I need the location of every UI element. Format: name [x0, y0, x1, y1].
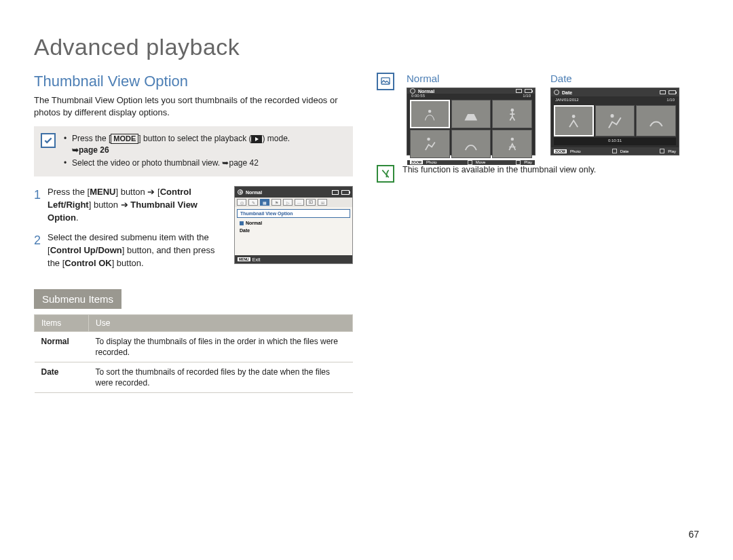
step-number-1: 1	[34, 186, 41, 225]
col-items: Items	[35, 314, 89, 331]
sdcard-icon	[660, 90, 666, 94]
menu-button-badge: MENU	[238, 257, 250, 261]
lcd-tab-strip: ◎✎▦⚑▷⋯⚿⊞	[235, 198, 352, 207]
sdcard-icon	[332, 190, 339, 195]
sdcard-icon	[516, 89, 522, 93]
thumbnail	[554, 105, 594, 136]
step-2: 2 Select the desired submenu item with t…	[34, 231, 225, 270]
thumbnail	[492, 100, 532, 128]
note-row: This function is available in the thumbn…	[377, 165, 696, 183]
camera-mode-icon	[410, 88, 415, 94]
page-number: 67	[688, 529, 699, 540]
prerequisite-box: Press the [MODE] button to select the pl…	[34, 126, 353, 176]
preview-normal: Normal Normal 0:00:551/10	[407, 73, 535, 155]
thumbnail	[492, 130, 532, 158]
thumbnail	[636, 105, 676, 136]
lcd-menu-illustration: ⦿ Normal ◎✎▦⚑▷⋯⚿⊞ Thumbnail View Option …	[234, 186, 353, 264]
battery-icon	[525, 89, 532, 93]
submenu-heading: Submenu Items	[34, 289, 121, 309]
zoom-badge: ZOOM	[554, 149, 567, 153]
svg-point-3	[427, 138, 430, 141]
playback-mode-icon	[251, 135, 262, 143]
svg-point-2	[510, 109, 514, 112]
preview-date: Date Date JAN/01/20121/10 0:10:31 ZOOMPh…	[550, 73, 679, 155]
lcd-panel-heading: Thumbnail View Option	[237, 209, 350, 218]
step-1: 1 Press the [MENU] button ➔ [Control Lef…	[34, 186, 225, 225]
thumbnail	[410, 100, 450, 128]
svg-point-5	[572, 115, 576, 118]
thumbnail	[451, 100, 491, 128]
svg-point-1	[428, 109, 431, 112]
col-use: Use	[89, 314, 353, 331]
camera-mode-icon: ⦿	[238, 189, 243, 195]
table-row: Date To sort the thumbnails of recorded …	[35, 362, 353, 392]
move-icon	[468, 160, 472, 165]
zoom-badge: ZOOM	[410, 160, 423, 164]
camera-mode-icon	[554, 90, 559, 95]
note-icon	[377, 165, 394, 183]
date-duration-label: 0:10:31	[554, 138, 676, 145]
play-icon	[660, 149, 664, 153]
hint-line-1: Press the [MODE] button to select the pl…	[64, 133, 290, 156]
preview-icon	[377, 73, 394, 90]
chapter-title: Advanced playback	[34, 34, 699, 60]
date-icon	[612, 149, 617, 153]
battery-icon	[341, 190, 350, 195]
check-icon	[41, 133, 56, 148]
intro-text: The Thumbnail View Option lets you sort …	[34, 94, 353, 118]
table-row: Normal To display the thumbnails of file…	[35, 331, 353, 362]
battery-icon	[669, 90, 676, 94]
check-mark-icon	[240, 221, 244, 225]
submenu-table: Items Use Normal To display the thumbnai…	[34, 314, 353, 394]
svg-point-6	[611, 114, 614, 117]
svg-point-4	[510, 138, 514, 141]
play-icon	[516, 160, 521, 165]
thumbnail	[595, 105, 635, 136]
lcd-option-date: Date	[237, 227, 350, 234]
lcd-option-normal: Normal	[237, 219, 350, 227]
section-title: Thumbnail View Option	[34, 73, 353, 90]
hint-line-2: Select the video or photo thumbnail view…	[64, 157, 290, 169]
step-number-2: 2	[34, 231, 41, 270]
thumbnail	[451, 130, 491, 158]
mode-button-label: MODE	[111, 134, 138, 144]
thumbnail	[410, 130, 450, 158]
